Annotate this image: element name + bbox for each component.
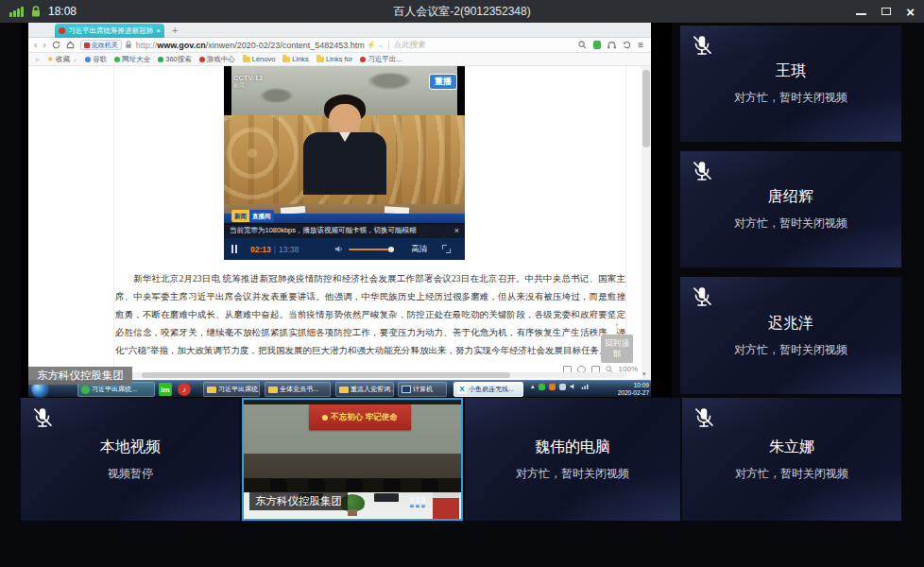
- bookmark-item: 360搜索: [158, 55, 192, 64]
- participant-name: 魏伟的电脑: [535, 438, 610, 457]
- player-controls: 02:13|13:38 高清: [224, 238, 465, 260]
- menu-icon: ≡: [638, 41, 643, 50]
- folder-icon: [243, 57, 250, 62]
- duration: 13:38: [279, 245, 299, 254]
- participant-name: 朱立娜: [769, 438, 814, 457]
- horizontal-scrollbar: [113, 372, 625, 378]
- participant-tile[interactable]: 朱立娜 对方忙，暂时关闭视频: [682, 398, 901, 521]
- bookmarks-bar: ▹ ★收藏⌄ 谷歌 网址大全 360搜索 游戏中心 Lenovo Links L…: [28, 53, 651, 66]
- url-text: http://www.gov.cn/xinwen/2020-02/23/cont…: [136, 41, 365, 50]
- participant-tile[interactable]: 王琪 对方忙，暂时关闭视频: [680, 26, 901, 142]
- playback-time: 02:13: [250, 245, 271, 254]
- bookmark-folder: Links: [282, 55, 309, 63]
- pause-icon: [231, 245, 237, 253]
- xylink-icon: X: [457, 385, 467, 394]
- titlebar: 18:08 百人会议室-2(9012352348) ×: [0, 0, 924, 23]
- bookmark-item: 游戏中心: [199, 55, 235, 64]
- tray-alert-icon: [549, 384, 556, 390]
- flag-icon: [84, 43, 90, 48]
- new-tab-icon: +: [172, 24, 178, 37]
- fullscreen-icon: [442, 245, 451, 253]
- taskbar-window-computer: 计算机: [398, 382, 447, 397]
- forward-icon: ›: [43, 41, 45, 50]
- participant-name: 王琪: [776, 61, 806, 81]
- article-text: 新华社北京2月23日电 统筹推进新冠肺炎疫情防控和经济社会发展工作部署会议23日…: [115, 270, 625, 360]
- volume-slider: [349, 249, 394, 250]
- participant-status: 对方忙，暂时关闭视频: [734, 342, 847, 358]
- room-banner: 不忘初心 牢记使命: [309, 404, 411, 430]
- taskbar-window-folder: 习近平出席统...: [203, 382, 260, 397]
- url-lock-icon: [125, 41, 132, 49]
- mic-muted-icon: [30, 405, 55, 430]
- participant-status: 视频暂停: [108, 466, 153, 482]
- bookmark-item: ★收藏⌄: [47, 55, 77, 64]
- stage-participant-label: 东方科仪控股集团: [28, 367, 132, 385]
- browser-tab: 习近平出席统筹推进新冠肺... ×: [55, 24, 164, 38]
- tab-title: 习近平出席统筹推进新冠肺...: [68, 26, 153, 36]
- tray-volume-icon: [570, 383, 577, 390]
- cctv-logo: CCTV-13新闻: [233, 74, 263, 89]
- minimize-button[interactable]: [856, 13, 866, 15]
- webpage-content: CCTV-13新闻 重播 新闻直播间 当前宽带为1080kbps，播放该视频可能…: [28, 66, 651, 380]
- shared-desktop: 习近平出席统筹推进新冠肺... × + ‹ › 党政机关 http://www.…: [28, 23, 651, 397]
- mic-muted-icon: [692, 405, 716, 430]
- mic-muted-icon: [690, 33, 714, 58]
- tab-favicon: [59, 27, 65, 34]
- mic-muted-icon: [690, 159, 714, 183]
- bookmark-item: 网址大全: [114, 55, 150, 64]
- music-app-icon: ♪: [178, 383, 191, 396]
- notice-close-icon: ×: [454, 226, 459, 235]
- green-app-icon: im: [159, 383, 172, 396]
- meeting-title: 百人会议室-2(9012352348): [0, 4, 924, 20]
- extension-icon: [593, 41, 601, 49]
- taskbar-window-folder: 重温入党誓词...: [335, 382, 394, 397]
- tray-expand-icon: ▴: [531, 383, 535, 390]
- bookmark-folder: Lenovo: [243, 55, 276, 63]
- volume-icon: [334, 245, 344, 253]
- tray-app-icon: [559, 384, 566, 390]
- participant-tile-local[interactable]: 本地视频 视频暂停: [21, 398, 240, 521]
- headset-icon: [607, 42, 616, 49]
- folder-icon: [317, 57, 324, 62]
- bookmark-item: 习近平出...: [360, 55, 402, 64]
- participant-status: 对方忙，暂时关闭视频: [735, 466, 848, 482]
- tab-close-icon: ×: [156, 27, 161, 35]
- taskbar-window-xylink: X小鱼易连无线...: [453, 382, 523, 397]
- star-icon: ★: [47, 55, 54, 63]
- quality-label: 高清: [411, 244, 427, 255]
- close-button[interactable]: ×: [906, 5, 915, 19]
- computer-icon: [402, 386, 411, 393]
- party-emblem-icon: [322, 415, 328, 421]
- folder-icon: [207, 387, 216, 393]
- lightning-icon: ⚡: [367, 41, 376, 49]
- mic-muted-icon: [690, 284, 714, 309]
- refresh-icon: [52, 41, 60, 49]
- stage-shared-screen[interactable]: 习近平出席统筹推进新冠肺... × + ‹ › 党政机关 http://www.…: [21, 23, 672, 397]
- vertical-scrollbar: ▾: [642, 66, 651, 380]
- player-notice-bar: 当前宽带为1080kbps，播放该视频可能卡顿，切换可能模糊×: [224, 223, 465, 238]
- participant-status: 对方忙，暂时关闭视频: [734, 215, 847, 232]
- participant-tile[interactable]: 迟兆洋 对方忙，暂时关闭视频: [680, 277, 901, 394]
- participant-tile[interactable]: 魏伟的电脑 对方忙，暂时关闭视频: [465, 398, 680, 521]
- taskbar-clock: 10:092020-02-27: [618, 382, 649, 397]
- undo-icon: [623, 41, 631, 49]
- tray-shield-icon: [539, 384, 545, 390]
- gov-site-badge: 党政机关: [80, 40, 122, 50]
- system-tray: ▴: [531, 383, 590, 390]
- participant-tile[interactable]: 唐绍辉 对方忙，暂时关闭视频: [680, 151, 901, 267]
- replay-badge: 重播: [429, 74, 457, 90]
- participant-tile-room-video[interactable]: 不忘初心 牢记使命 东方科仪控股集团: [242, 398, 463, 521]
- browser-address-bar: ‹ › 党政机关 http://www.gov.cn/xinwen/2020-0…: [28, 38, 651, 53]
- bookmarks-expand-icon: ▹: [36, 55, 40, 63]
- folder-icon: [339, 387, 349, 393]
- back-icon: ‹: [34, 41, 37, 50]
- participant-status: 对方忙，暂时关闭视频: [734, 90, 847, 106]
- browser-icon: [81, 386, 90, 394]
- meeting-window: 18:08 百人会议室-2(9012352348) × 习近平出席统筹推进新冠肺…: [0, 0, 924, 567]
- video-frame: CCTV-13新闻 重播 新闻直播间 当前宽带为1080kbps，播放该视频可能…: [224, 66, 465, 238]
- folder-icon: [282, 57, 290, 62]
- maximize-button[interactable]: [881, 8, 891, 15]
- bookmark-folder: Links for: [317, 55, 352, 63]
- chevron-down-icon: ⌄: [378, 42, 384, 49]
- back-to-top-button: ↑ 回到顶部: [601, 319, 633, 363]
